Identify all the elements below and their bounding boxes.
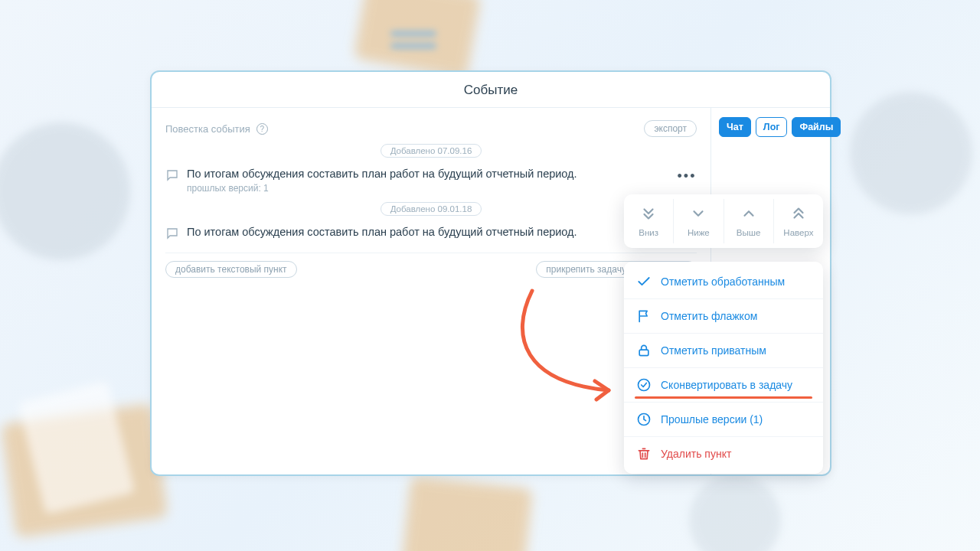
menu-label: Прошлые версии (1) bbox=[661, 413, 763, 425]
check-icon bbox=[636, 274, 652, 289]
reorder-label: Выше bbox=[737, 228, 761, 237]
double-chevron-down-icon bbox=[640, 205, 657, 225]
reorder-label: Ниже bbox=[688, 228, 710, 237]
menu-label: Отметить обработанным bbox=[661, 276, 785, 288]
menu-convert-to-task[interactable]: Сконвертировать в задачу bbox=[624, 367, 823, 402]
chevron-down-icon bbox=[690, 205, 707, 225]
date-divider: Добавлено 07.09.16 bbox=[165, 143, 697, 158]
reorder-up-button[interactable]: Выше bbox=[724, 199, 773, 243]
bg-folder-bottom-center bbox=[401, 476, 533, 551]
more-menu-button[interactable]: ••• bbox=[677, 167, 697, 184]
bg-gear-left bbox=[0, 122, 130, 260]
modal-title: Событие bbox=[152, 72, 830, 108]
tab-log[interactable]: Лог bbox=[756, 117, 788, 137]
agenda-label: Повестка события bbox=[165, 123, 250, 135]
bottom-actions: добавить текстовый пункт прикрепить зада… bbox=[165, 253, 697, 278]
tab-chat[interactable]: Чат bbox=[719, 117, 751, 137]
history-icon bbox=[636, 412, 652, 427]
menu-delete[interactable]: Удалить пункт bbox=[624, 436, 823, 471]
context-menu: Отметить обработанным Отметить флажком О… bbox=[624, 262, 823, 474]
lock-icon bbox=[636, 343, 652, 358]
date-chip: Добавлено 09.01.18 bbox=[381, 202, 482, 216]
menu-label: Удалить пункт bbox=[661, 448, 731, 460]
side-tabs: Чат Лог Файлы bbox=[719, 117, 822, 137]
date-divider: Добавлено 09.01.18 bbox=[165, 201, 697, 216]
highlight-underline bbox=[635, 396, 812, 399]
menu-label: Сконвертировать в задачу bbox=[661, 379, 792, 391]
agenda-item-title: По итогам обсуждения составить план рабо… bbox=[187, 167, 669, 182]
reorder-bottom-button[interactable]: Вниз bbox=[624, 199, 673, 243]
add-text-item-button[interactable]: добавить текстовый пункт bbox=[165, 261, 297, 278]
agenda-item: По итогам обсуждения составить план рабо… bbox=[165, 162, 697, 200]
reorder-top-button[interactable]: Наверх bbox=[773, 199, 823, 243]
svg-point-1 bbox=[639, 380, 650, 391]
agenda-item-versions: прошлых версий: 1 bbox=[187, 183, 669, 194]
menu-mark-done[interactable]: Отметить обработанным bbox=[624, 265, 823, 298]
menu-label: Отметить флажком bbox=[661, 310, 757, 322]
menu-mark-flag[interactable]: Отметить флажком bbox=[624, 298, 823, 333]
bg-folder-top bbox=[354, 0, 482, 78]
date-chip: Добавлено 07.09.16 bbox=[381, 144, 482, 158]
flag-icon bbox=[636, 308, 652, 324]
reorder-popover: Вниз Ниже Выше Наверх bbox=[624, 194, 823, 248]
reorder-label: Наверх bbox=[783, 228, 813, 237]
bg-stripe bbox=[390, 43, 436, 49]
agenda-item-text: По итогам обсуждения составить план рабо… bbox=[187, 167, 669, 194]
reorder-label: Вниз bbox=[639, 228, 658, 237]
bg-gear-right bbox=[850, 92, 972, 214]
bg-gear-bottom bbox=[689, 474, 781, 551]
comment-icon bbox=[165, 227, 179, 240]
agenda-header: Повестка события ? экспорт bbox=[165, 120, 697, 137]
double-chevron-up-icon bbox=[790, 205, 807, 225]
menu-label: Отметить приватным bbox=[661, 344, 766, 357]
agenda-item: По итогам обсуждения составить план рабо… bbox=[165, 220, 697, 246]
chevron-up-icon bbox=[740, 205, 757, 225]
export-button[interactable]: экспорт bbox=[644, 120, 697, 137]
menu-mark-private[interactable]: Отметить приватным bbox=[624, 333, 823, 367]
menu-past-versions[interactable]: Прошлые версии (1) bbox=[624, 402, 823, 436]
trash-icon bbox=[636, 446, 652, 461]
comment-icon bbox=[165, 168, 179, 182]
reorder-down-button[interactable]: Ниже bbox=[673, 199, 723, 243]
agenda-item-text: По итогам обсуждения составить план рабо… bbox=[187, 225, 697, 240]
help-icon[interactable]: ? bbox=[256, 123, 268, 135]
bg-stripe bbox=[390, 31, 436, 37]
svg-rect-0 bbox=[639, 350, 648, 356]
agenda-item-title: По итогам обсуждения составить план рабо… bbox=[187, 225, 697, 240]
task-check-icon bbox=[636, 377, 652, 393]
tab-files[interactable]: Файлы bbox=[792, 117, 841, 137]
